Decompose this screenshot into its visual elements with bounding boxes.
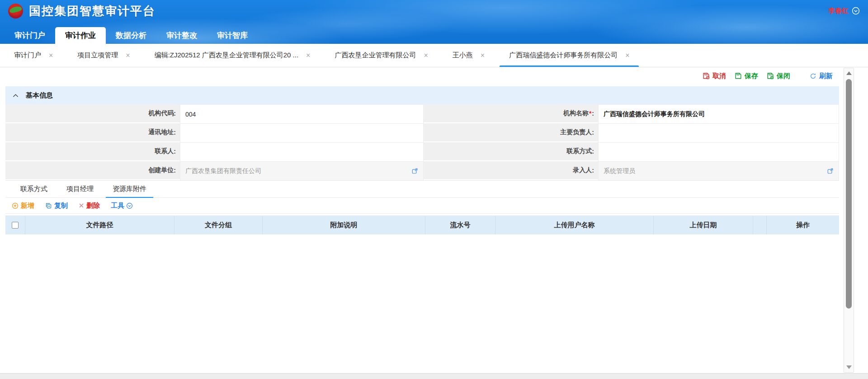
tab-resource-attachments[interactable]: 资源库附件 xyxy=(106,181,153,197)
copy-button[interactable]: 复制 xyxy=(45,201,68,210)
column-operation[interactable]: 操作 xyxy=(767,216,839,234)
field-label: 机构代码 xyxy=(148,109,174,117)
column-note[interactable]: 附加说明 xyxy=(263,216,425,234)
save-close-button[interactable]: 保闭 xyxy=(767,72,790,80)
column-upload-user[interactable]: 上传用户名称 xyxy=(495,216,654,234)
save-button[interactable]: 保存 xyxy=(735,72,758,80)
basic-info-form: 机构代码: 机构名称*: 通讯地址: 主要负责人: xyxy=(5,104,839,181)
tab-contact-info[interactable]: 联系方式 xyxy=(14,181,54,197)
action-bar: 取消 保存 保闭 刷新 xyxy=(0,67,868,84)
org-name-label: 机构名称*: xyxy=(424,104,598,123)
delete-label: 删除 xyxy=(86,201,100,210)
required-mark: * xyxy=(589,110,591,117)
create-unit-cell: 广西农垦集团有限责任公司 xyxy=(180,161,424,180)
chevron-down-circle-icon[interactable] xyxy=(852,7,860,15)
doc-tab-edit-zj202512[interactable]: 编辑:ZJ202512 广西农垦企业管理有限公司20 ... × xyxy=(142,44,323,67)
brand-row: 国控集团智慧审计平台 李春红 xyxy=(0,0,868,22)
column-upload-date[interactable]: 上传日期 xyxy=(654,216,753,234)
label-colon: : xyxy=(592,129,594,136)
nav-tab-audit-repository[interactable]: 审计智库 xyxy=(207,27,258,44)
external-link-icon[interactable] xyxy=(411,168,418,174)
entry-person-label: 录入人: xyxy=(424,161,598,180)
address-cell xyxy=(180,123,424,142)
select-all-cell xyxy=(5,216,25,234)
column-serial-no[interactable]: 流水号 xyxy=(425,216,495,234)
close-icon[interactable]: × xyxy=(49,52,53,59)
org-code-input[interactable] xyxy=(185,111,418,118)
label-colon: : xyxy=(592,167,594,174)
field-label: 联系方式 xyxy=(566,147,592,155)
doc-tab-label: 审计门户 xyxy=(14,51,41,60)
close-icon[interactable]: × xyxy=(424,52,428,59)
entry-person-cell: 系统管理员 xyxy=(598,161,839,180)
detail-tabs: 联系方式 项目经理 资源库附件 xyxy=(5,181,839,198)
main-nav: 审计门户 审计作业 数据分析 审计整改 审计智库 xyxy=(0,22,868,44)
save-close-icon xyxy=(767,72,774,80)
nav-tab-data-analysis[interactable]: 数据分析 xyxy=(106,27,156,44)
refresh-button[interactable]: 刷新 xyxy=(810,72,833,80)
close-icon[interactable]: × xyxy=(625,52,629,59)
org-name-input[interactable] xyxy=(604,111,834,118)
column-file-path[interactable]: 文件路径 xyxy=(25,216,175,234)
principal-input[interactable] xyxy=(604,130,834,137)
org-code-label: 机构代码: xyxy=(5,104,180,123)
field-label: 录入人 xyxy=(573,166,592,174)
select-all-checkbox[interactable] xyxy=(12,222,19,229)
address-input[interactable] xyxy=(185,130,418,137)
main-content: 基本信息 机构代码: 机构名称*: 通讯地址: xyxy=(5,86,839,366)
delete-button[interactable]: 删除 xyxy=(79,201,100,210)
cancel-button[interactable]: 取消 xyxy=(703,72,726,80)
doc-tab-label: 广西瑞信盛德会计师事务所有限公司 xyxy=(509,51,618,60)
basic-info-section-header[interactable]: 基本信息 xyxy=(5,86,839,104)
doc-tab-audit-portal[interactable]: 审计门户 × xyxy=(2,44,65,67)
collapse-chevron-up-icon[interactable] xyxy=(13,94,19,98)
grid-toolbar: 新增 复制 删除 工具 xyxy=(5,198,839,214)
contact-person-cell xyxy=(180,142,424,161)
vertical-scrollbar[interactable] xyxy=(844,68,854,373)
field-label: 通讯地址 xyxy=(148,128,174,136)
scroll-down-button[interactable] xyxy=(844,363,854,371)
scroll-down-icon xyxy=(846,365,852,369)
doc-tab-label: 项目立项管理 xyxy=(77,51,118,60)
label-colon: : xyxy=(174,110,176,117)
nav-tab-audit-work[interactable]: 审计作业 xyxy=(55,27,106,44)
close-icon[interactable]: × xyxy=(481,52,485,59)
doc-tab-gx-nongken[interactable]: 广西农垦企业管理有限公司 × xyxy=(322,44,440,67)
entry-person-value: 系统管理员 xyxy=(604,167,635,175)
scroll-up-button[interactable] xyxy=(844,69,854,77)
copy-label: 复制 xyxy=(54,201,68,210)
user-menu[interactable]: 李春红 xyxy=(828,7,860,15)
contact-person-input[interactable] xyxy=(185,149,418,156)
scrollbar-thumb[interactable] xyxy=(846,79,852,309)
add-button[interactable]: 新增 xyxy=(12,201,34,210)
tools-dropdown[interactable]: 工具 xyxy=(111,201,133,210)
contact-way-label: 联系方式: xyxy=(424,142,598,161)
field-label: 机构名称 xyxy=(563,109,589,117)
doc-tab-gx-ruixin-active[interactable]: 广西瑞信盛德会计师事务所有限公司 × xyxy=(497,44,642,67)
nav-tab-audit-rectification[interactable]: 审计整改 xyxy=(156,27,207,44)
attachment-table-header: 文件路径 文件分组 附加说明 流水号 上传用户名称 上传日期 操作 xyxy=(5,215,839,234)
contact-way-input[interactable] xyxy=(604,149,834,156)
user-name[interactable]: 李春红 xyxy=(828,7,849,15)
principal-label: 主要负责人: xyxy=(424,123,598,142)
app-logo-icon xyxy=(8,4,23,19)
field-label: 主要负责人 xyxy=(560,128,592,136)
doc-tab-label: 王小燕 xyxy=(453,51,473,60)
copy-icon xyxy=(45,202,52,209)
chevron-down-circle-icon xyxy=(126,202,133,209)
close-icon[interactable]: × xyxy=(306,52,310,59)
refresh-label: 刷新 xyxy=(819,72,833,80)
app-title: 国控集团智慧审计平台 xyxy=(29,3,156,19)
external-link-icon[interactable] xyxy=(827,168,834,174)
nav-tab-audit-portal[interactable]: 审计门户 xyxy=(5,27,55,44)
doc-tab-wang-xiaoyan[interactable]: 王小燕 × xyxy=(440,44,497,67)
doc-tab-project-setup[interactable]: 项目立项管理 × xyxy=(65,44,142,67)
scroll-up-icon xyxy=(846,71,852,75)
column-file-group[interactable]: 文件分组 xyxy=(175,216,263,234)
field-label: 联系人 xyxy=(155,147,174,155)
field-label: 创建单位 xyxy=(148,166,174,174)
doc-tab-label: 广西农垦企业管理有限公司 xyxy=(335,51,416,60)
tab-project-manager[interactable]: 项目经理 xyxy=(60,181,100,197)
close-icon[interactable]: × xyxy=(126,52,130,59)
label-colon: : xyxy=(174,167,176,174)
